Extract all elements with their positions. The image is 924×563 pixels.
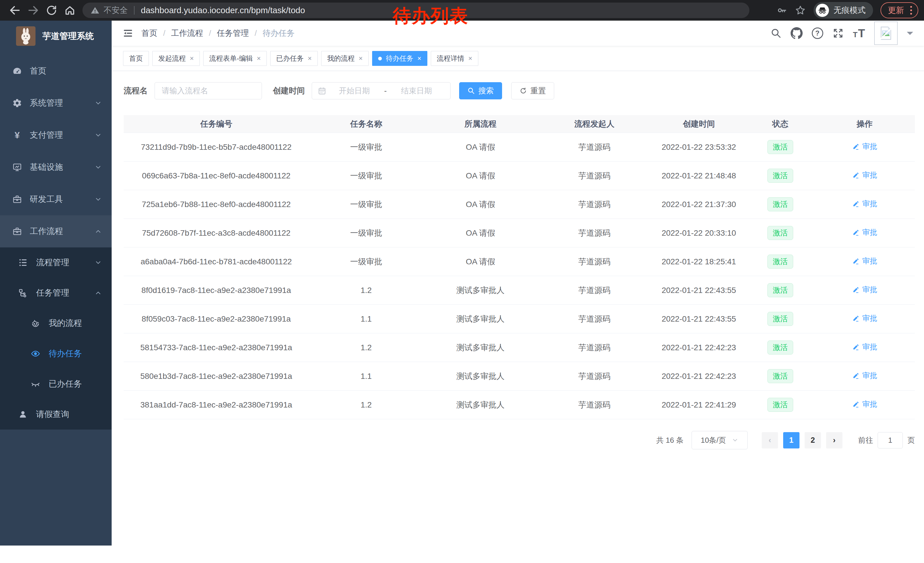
- tab-process-detail[interactable]: 流程详情 ×: [431, 51, 478, 66]
- reset-button[interactable]: 重置: [511, 82, 554, 99]
- sidebar-item-task-mgmt[interactable]: 任务管理: [0, 278, 112, 308]
- created-cell: 2022-01-22 23:53:32: [651, 143, 747, 152]
- close-icon[interactable]: ×: [468, 55, 472, 62]
- tab-process-form-edit[interactable]: 流程表单-编辑 ×: [203, 51, 267, 66]
- tab-todo-tasks[interactable]: 待办任务 ×: [372, 51, 428, 66]
- avatar[interactable]: [874, 21, 898, 45]
- close-icon[interactable]: ×: [358, 55, 363, 62]
- sidebar-item-dev-tools[interactable]: 研发工具: [0, 183, 112, 215]
- browser-home-icon[interactable]: [63, 3, 77, 18]
- approve-link[interactable]: 审批: [852, 170, 877, 180]
- password-key-icon[interactable]: [777, 5, 787, 15]
- approve-link[interactable]: 审批: [852, 141, 877, 152]
- help-icon[interactable]: [812, 27, 823, 39]
- breadcrumb-item-task-mgmt[interactable]: 任务管理: [217, 28, 249, 39]
- breadcrumb-item-workflow[interactable]: 工作流程: [171, 28, 203, 39]
- goto-page-input[interactable]: [878, 432, 903, 449]
- fullscreen-icon[interactable]: [832, 27, 844, 39]
- next-page-button[interactable]: ›: [826, 432, 842, 449]
- action-cell: 审批: [814, 399, 915, 410]
- browser-update-button[interactable]: 更新: [880, 2, 918, 18]
- tags-view-bar: 首页 发起流程 × 流程表单-编辑 × 已办任务 × 我的流程 × 待办任务 ×…: [112, 46, 924, 71]
- breadcrumb-item-current: 待办任务: [262, 28, 294, 39]
- starter-cell: 芋道源码: [538, 285, 651, 296]
- process-name-input[interactable]: [154, 82, 262, 99]
- task-id-cell: 381aa1dd-7ac8-11ec-a9e2-a2380e71991a: [124, 400, 309, 410]
- status-cell: 激活: [746, 255, 814, 269]
- column-header-task-id: 任务编号: [124, 119, 309, 129]
- close-icon[interactable]: ×: [257, 55, 261, 62]
- starter-cell: 芋道源码: [538, 371, 651, 382]
- process-name-label: 流程名: [124, 86, 148, 96]
- breadcrumb-item-home[interactable]: 首页: [141, 28, 158, 39]
- sidebar-item-done-tasks[interactable]: 已办任务: [0, 369, 112, 399]
- approve-link[interactable]: 审批: [852, 342, 877, 352]
- sidebar-item-todo-tasks[interactable]: 待办任务: [0, 338, 112, 369]
- created-cell: 2022-01-21 22:42:23: [651, 343, 747, 352]
- sidebar-item-infrastructure[interactable]: 基础设施: [0, 151, 112, 183]
- created-cell: 2022-01-21 22:42:23: [651, 372, 747, 381]
- sidebar-item-process-mgmt[interactable]: 流程管理: [0, 248, 112, 278]
- approve-link[interactable]: 审批: [852, 256, 877, 266]
- sidebar-item-label: 已办任务: [49, 378, 82, 390]
- date-range-picker[interactable]: 开始日期 - 结束日期: [312, 82, 450, 99]
- approve-link[interactable]: 审批: [852, 399, 877, 409]
- status-badge: 激活: [767, 226, 793, 240]
- browser-menu-icon[interactable]: [909, 6, 914, 15]
- bookmark-star-icon[interactable]: [795, 5, 806, 16]
- avatar-dropdown-caret-icon[interactable]: [907, 32, 913, 38]
- sidebar-item-label: 我的流程: [49, 318, 82, 329]
- created-cell: 2022-01-22 21:48:48: [651, 171, 747, 180]
- sidebar-item-my-processes[interactable]: 我的流程: [0, 308, 112, 338]
- close-icon[interactable]: ×: [190, 55, 194, 62]
- sidebar-item-leave-query[interactable]: 请假查询: [0, 399, 112, 429]
- page-content: 流程名 创建时间 开始日期 - 结束日期 搜索 重置 任务编号: [112, 71, 924, 449]
- close-icon[interactable]: ×: [308, 55, 312, 62]
- font-size-icon[interactable]: [853, 29, 865, 38]
- app-logo[interactable]: 芋道管理系统: [0, 21, 112, 51]
- tab-home[interactable]: 首页: [123, 51, 149, 66]
- sidebar-item-payment-mgmt[interactable]: ¥ 支付管理: [0, 119, 112, 151]
- tab-done-tasks[interactable]: 已办任务 ×: [270, 51, 318, 66]
- sidebar-item-home[interactable]: 首页: [0, 55, 112, 87]
- prev-page-button[interactable]: ‹: [762, 432, 778, 449]
- status-badge: 激活: [767, 398, 793, 412]
- date-range-separator: -: [382, 87, 388, 95]
- github-icon[interactable]: [790, 27, 802, 39]
- task-id-cell: 75d72608-7b7f-11ec-a3c8-acde48001122: [124, 228, 309, 238]
- column-header-starter: 流程发起人: [538, 119, 651, 129]
- status-cell: 激活: [746, 169, 814, 183]
- approve-link[interactable]: 审批: [852, 227, 877, 237]
- browser-back-icon[interactable]: [8, 3, 22, 18]
- sidebar-item-label: 首页: [30, 65, 46, 77]
- pencil-icon: [852, 171, 860, 179]
- end-date-placeholder[interactable]: 结束日期: [388, 86, 444, 96]
- active-tab-dot: [378, 57, 382, 60]
- sidebar-item-system-mgmt[interactable]: 系统管理: [0, 87, 112, 119]
- search-icon[interactable]: [771, 28, 782, 39]
- browser-forward-icon[interactable]: [26, 3, 40, 18]
- approve-link[interactable]: 审批: [852, 285, 877, 295]
- table-header-row: 任务编号 任务名称 所属流程 流程发起人 创建时间 状态 操作: [124, 115, 915, 133]
- page-size-select[interactable]: 10条/页: [692, 431, 748, 449]
- approve-link[interactable]: 审批: [852, 199, 877, 209]
- url-text[interactable]: dashboard.yudao.iocoder.cn/bpm/task/todo: [141, 6, 305, 15]
- task-name-cell: 一级审批: [309, 228, 424, 239]
- page-button-1[interactable]: 1: [783, 432, 800, 449]
- tab-start-process[interactable]: 发起流程 ×: [152, 51, 200, 66]
- close-icon[interactable]: ×: [417, 55, 422, 62]
- sidebar-collapse-icon[interactable]: [123, 28, 134, 39]
- status-cell: 激活: [746, 312, 814, 326]
- sidebar-item-workflow[interactable]: 工作流程: [0, 215, 112, 248]
- security-label[interactable]: 不安全: [104, 5, 128, 16]
- start-date-placeholder[interactable]: 开始日期: [326, 86, 382, 96]
- chevron-up-icon: [94, 289, 102, 297]
- status-badge: 激活: [767, 140, 793, 155]
- approve-link[interactable]: 审批: [852, 313, 877, 323]
- tab-my-processes[interactable]: 我的流程 ×: [321, 51, 369, 66]
- browser-reload-icon[interactable]: [44, 3, 58, 18]
- page-button-2[interactable]: 2: [805, 432, 821, 449]
- search-button[interactable]: 搜索: [459, 82, 502, 99]
- approve-link[interactable]: 审批: [852, 371, 877, 381]
- pencil-icon: [852, 200, 860, 208]
